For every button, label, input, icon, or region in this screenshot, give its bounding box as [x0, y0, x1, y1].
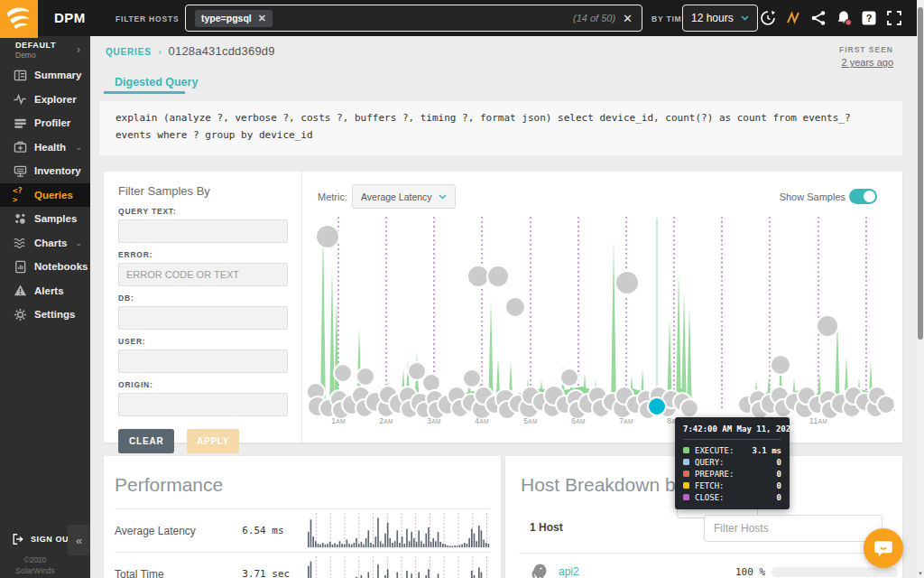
remove-tag-icon[interactable]: ✕ — [258, 13, 266, 24]
host-filter-input[interactable]: type=pgsql ✕ (14 of 50) ✕ — [185, 5, 642, 32]
sidebar-item-charts[interactable]: Charts ⌄ — [0, 231, 90, 256]
sample-bubble[interactable] — [487, 266, 509, 287]
sparkline-bar — [478, 567, 480, 578]
sparkline-bar — [396, 572, 398, 578]
pulse-icon[interactable] — [785, 10, 801, 26]
sparkline-bar — [384, 574, 386, 578]
sparkline-bar — [442, 544, 444, 547]
sidebar-item-settings[interactable]: Settings — [0, 303, 90, 327]
sample-bubble[interactable] — [560, 368, 578, 387]
sparkline-bar — [451, 545, 453, 547]
error-field[interactable] — [118, 263, 288, 286]
sparkline-bar — [430, 541, 432, 546]
refresh-timer-icon[interactable] — [760, 10, 776, 26]
clear-button[interactable]: CLEAR — [118, 429, 174, 453]
first-seen-value[interactable]: 2 years ago — [839, 57, 893, 68]
sidebar-item-health[interactable]: Health ⌄ — [0, 135, 90, 160]
db-field[interactable] — [118, 306, 288, 330]
sparkline-bar — [444, 544, 446, 546]
selected-sample-bubble[interactable] — [648, 397, 666, 415]
chevron-down-icon — [439, 194, 447, 200]
performance-title: Performance — [104, 456, 501, 496]
sparkline-bar — [334, 543, 336, 547]
sidebar-item-profiler[interactable]: Profiler — [0, 111, 90, 135]
page-scrollbar[interactable]: ▼ — [917, 0, 924, 578]
sparkline-bar — [367, 530, 369, 547]
sample-bubble[interactable] — [463, 369, 481, 387]
scroll-down-arrow-icon[interactable]: ▼ — [917, 571, 924, 576]
user-field[interactable] — [118, 350, 288, 373]
sample-bubble[interactable] — [467, 266, 489, 287]
show-samples-toggle[interactable] — [849, 189, 877, 204]
sparkline-bar — [468, 537, 470, 546]
latency-samples-chart[interactable] — [314, 215, 895, 417]
sparkline-bar — [449, 545, 451, 547]
sample-bubble[interactable] — [316, 225, 339, 248]
sparkline-bar — [458, 545, 460, 547]
sidebar-item-explorer[interactable]: Explorer — [0, 88, 90, 112]
x-axis-tick: 6AM — [565, 416, 592, 425]
metric-select[interactable]: Average Latency — [352, 184, 456, 209]
fetch-swatch — [683, 482, 689, 489]
origin-field[interactable] — [118, 393, 288, 416]
sample-bubble[interactable] — [356, 368, 374, 386]
samples-scatter-area-chart[interactable] — [314, 215, 895, 417]
clear-filter-icon[interactable]: ✕ — [623, 12, 633, 25]
sparkline-bar — [322, 542, 324, 546]
sidebar-item-summary[interactable]: Summary — [0, 63, 90, 88]
scrollbar-thumb[interactable] — [918, 7, 923, 340]
sample-bubble[interactable] — [615, 271, 639, 294]
sparkline-bar — [473, 574, 475, 578]
filter-hosts-field[interactable] — [704, 515, 882, 542]
sparkline-bar — [461, 544, 463, 546]
sample-bubble[interactable] — [422, 374, 440, 392]
alerts-icon — [13, 284, 27, 298]
show-samples-label: Show Samples — [780, 191, 845, 202]
digested-query-text: explain (analyze ?, verbose ?, costs ?, … — [99, 101, 902, 155]
notifications-bell-icon[interactable] — [836, 10, 852, 26]
sidebar-item-samples[interactable]: Samples — [0, 207, 90, 231]
time-range-select[interactable]: 12 hours — [682, 5, 758, 32]
host-link[interactable]: api2 — [559, 565, 579, 578]
sparkline-bar — [425, 574, 427, 578]
share-icon[interactable] — [810, 10, 827, 26]
sidebar-item-alerts[interactable]: Alerts — [0, 279, 90, 303]
sidebar-item-inventory[interactable]: Inventory ⌄ — [0, 159, 90, 183]
performance-panel: Performance Average Latency 6.54 ms Tota… — [104, 456, 501, 578]
sample-bubble[interactable] — [334, 364, 352, 382]
sparkline-bar — [420, 541, 422, 547]
sparkline-bar — [447, 545, 448, 547]
x-axis-tick: 2AM — [373, 416, 400, 425]
environment-switcher[interactable]: DEFAULT Demo › — [0, 36, 90, 63]
sparkline-bar — [324, 544, 326, 546]
sparkline-bar — [437, 573, 439, 578]
fullscreen-icon[interactable] — [886, 10, 902, 26]
profiler-icon — [13, 116, 27, 130]
tooltip-row-fetch: FETCH:0 — [683, 480, 781, 491]
sparkline-bar — [360, 541, 362, 546]
apply-button[interactable]: APPLY — [187, 429, 239, 453]
sparkline-bar — [346, 539, 347, 547]
sample-bubble[interactable] — [680, 399, 698, 417]
sample-bubble[interactable] — [505, 297, 525, 317]
sample-bubble[interactable] — [877, 396, 895, 414]
query-text-field[interactable] — [118, 219, 288, 243]
filter-tag[interactable]: type=pgsql ✕ — [195, 10, 273, 27]
sample-bubble[interactable] — [817, 315, 838, 337]
sidebar-item-queries[interactable]: <?> Queries — [0, 183, 90, 208]
host-percent: 100 % — [735, 566, 765, 578]
solarwinds-logo[interactable] — [0, 0, 38, 38]
sparkline-bar — [312, 536, 314, 547]
help-icon[interactable]: ? — [861, 10, 877, 26]
chat-bubble-button[interactable] — [864, 528, 903, 568]
breadcrumb-queries-link[interactable]: QUERIES — [106, 47, 152, 57]
charts-icon — [13, 236, 27, 250]
sample-bubble[interactable] — [771, 355, 790, 375]
sparkline-bar — [428, 569, 430, 578]
tooltip-row-query: QUERY:0 — [683, 456, 781, 468]
tab-digested-query[interactable]: Digested Query — [115, 76, 198, 89]
collapse-sidebar-button[interactable]: « — [68, 525, 90, 555]
metric-row-average-latency[interactable]: Average Latency 6.54 ms — [115, 508, 490, 552]
sidebar-item-notebooks[interactable]: Notebooks — [0, 255, 90, 279]
metric-row-total-time[interactable]: Total Time 3.71 sec — [115, 552, 490, 578]
